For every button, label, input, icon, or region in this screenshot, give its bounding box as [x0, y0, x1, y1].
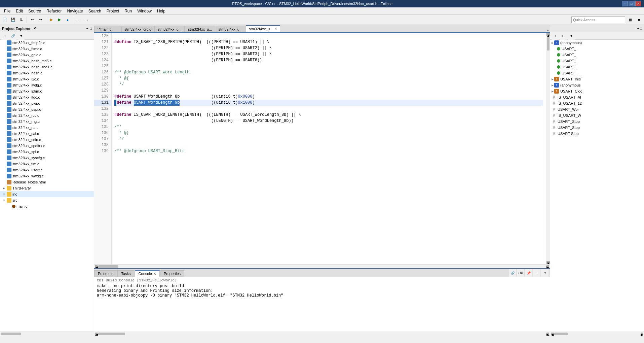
pe-menu[interactable]: ▼	[17, 32, 25, 40]
minimize-button[interactable]: −	[622, 1, 628, 6]
tab-overflow-icon[interactable]: »	[546, 28, 548, 32]
hscroll-left[interactable]: ◀	[95, 265, 98, 268]
outline-item-usart-initt[interactable]: ▶ T USART_InitT	[550, 76, 644, 82]
outline-item-usart3[interactable]: USART_	[550, 58, 644, 64]
pe-file-rng[interactable]: stm32f4xx_rng.c	[0, 118, 94, 125]
pe-file-gpio[interactable]: stm32f4xx_gpio.c	[0, 52, 94, 58]
pe-file-hash-md5[interactable]: stm32f4xx_hash_md5.c	[0, 58, 94, 64]
pe-file-fsmc[interactable]: stm32f4xx_fsmc.c	[0, 46, 94, 52]
pe-folder-inc[interactable]: ▼ inc	[0, 191, 94, 197]
outline-item-usart1[interactable]: USART_	[550, 46, 644, 52]
pe-file-spdifrx[interactable]: stm32f4xx_spdifrx.c	[0, 143, 94, 149]
menu-search[interactable]: Search	[86, 8, 104, 14]
hscroll-thumb[interactable]	[98, 265, 118, 268]
menu-window[interactable]: Window	[135, 8, 154, 14]
scroll-down-arrow[interactable]: ▼	[546, 261, 550, 264]
build-button[interactable]: ▶	[48, 16, 55, 24]
quick-access-input[interactable]	[571, 16, 625, 23]
menu-run[interactable]: Run	[122, 8, 135, 14]
menu-project[interactable]: Project	[104, 8, 122, 14]
views-button[interactable]: ■	[635, 16, 643, 24]
outline-item-usart2[interactable]: USART_	[550, 52, 644, 58]
menu-file[interactable]: File	[1, 8, 13, 14]
outline-hscrollbar[interactable]: ◀ ▶	[550, 332, 644, 336]
forward-button[interactable]: →	[83, 16, 90, 24]
scroll-up-arrow[interactable]: ▲	[546, 33, 550, 36]
outline-sort[interactable]: ⇤	[560, 32, 567, 40]
save-button[interactable]: 💾	[9, 16, 17, 24]
console-pin[interactable]: 📌	[525, 269, 532, 277]
tab-g1[interactable]: stm32f4xx_g...	[154, 26, 185, 32]
pe-file-tim[interactable]: stm32f4xx_tim.c	[0, 161, 94, 167]
tab-problems[interactable]: Problems	[94, 270, 117, 277]
console-clear[interactable]: ⌫	[517, 269, 524, 277]
run-button[interactable]: ▶	[56, 16, 63, 24]
pe-hscrollbar[interactable]	[0, 332, 94, 336]
pe-file-wwdg[interactable]: stm32f4xx_wwdg.c	[0, 173, 94, 179]
outline-maximize-icon[interactable]: □	[640, 27, 642, 30]
console-tab-close[interactable]: ✕	[153, 272, 156, 276]
console-minimize[interactable]: −	[533, 269, 540, 277]
pe-file-spi[interactable]: stm32f4xx_spi.c	[0, 149, 94, 155]
tab-u1[interactable]: stm32f4xx_u...	[216, 26, 246, 32]
maximize-button[interactable]: □	[629, 1, 635, 6]
outline-item-usart-stop3[interactable]: # USART Stop	[550, 131, 644, 137]
pe-file-sdio[interactable]: stm32f4xx_sdio.c	[0, 137, 94, 143]
back-button[interactable]: ←	[75, 16, 82, 24]
tab-properties[interactable]: Properties	[160, 270, 184, 277]
outline-collapse-all[interactable]: ↕	[552, 32, 559, 40]
outline-item-is-usart-ai[interactable]: # IS_USART_AI	[550, 94, 644, 100]
menu-edit[interactable]: Edit	[13, 8, 26, 14]
debug-button[interactable]: ●	[64, 16, 71, 24]
pe-file-syscfg[interactable]: stm32f4xx_syscfg.c	[0, 155, 94, 161]
outline-menu[interactable]: ▼	[568, 32, 575, 40]
outline-item-usart-wor[interactable]: # USART_Wor	[550, 106, 644, 112]
pe-file-pwr[interactable]: stm32f4xx_pwr.c	[0, 100, 94, 106]
editor-vscrollbar[interactable]: ▲ ▼	[546, 33, 550, 264]
redo-button[interactable]: ↪	[37, 16, 44, 24]
menu-navigate[interactable]: Navigate	[64, 8, 85, 14]
code-editor[interactable]: #define IS_USART_1236_PERIPH(PERIPH) (((…	[112, 33, 546, 264]
pe-collapse-all[interactable]: ↕	[1, 32, 9, 40]
console-maximize[interactable]: □	[541, 269, 548, 277]
close-button[interactable]: ✕	[635, 1, 641, 6]
outline-item-usart4[interactable]: USART_	[550, 64, 644, 70]
hscroll-right[interactable]: ▶	[546, 265, 549, 268]
pe-maximize-icon[interactable]: □	[90, 27, 92, 30]
pe-file-rtc[interactable]: stm32f4xx_rtc.c	[0, 125, 94, 131]
pe-file-main[interactable]: main.c	[0, 203, 94, 209]
pe-link-with-editor[interactable]: 🔗	[9, 32, 17, 40]
print-button[interactable]: 🖶	[17, 16, 25, 24]
menu-refactor[interactable]: Refactor	[44, 8, 64, 14]
outline-item-anon[interactable]: ▶ T (anonymous)	[550, 40, 644, 46]
scroll-thumb[interactable]	[547, 37, 550, 50]
menu-help[interactable]: Help	[154, 8, 168, 14]
tab-close-icon[interactable]: ✕	[274, 27, 277, 31]
editor-hscrollbar[interactable]: ◀ ▶	[94, 264, 550, 268]
pe-close-icon[interactable]: ✕	[33, 27, 36, 30]
tab-g2[interactable]: stm32f4xx_g...	[185, 26, 215, 32]
pe-folder-third-party[interactable]: ► Third-Party	[0, 185, 94, 191]
tab-u2-active[interactable]: stm32f4xx_u... ✕	[246, 25, 280, 32]
new-button[interactable]: 📄	[1, 16, 9, 24]
console-hscrollbar[interactable]: ◀ ▶	[94, 332, 550, 336]
tab-crc[interactable]: stm32f4xx_crc.c	[121, 26, 154, 32]
outline-item-usart-clock[interactable]: ▶ T USART_Cloc	[550, 88, 644, 94]
pe-minimize-icon[interactable]: −	[86, 27, 88, 30]
menu-source[interactable]: Source	[26, 8, 44, 14]
pe-file-i2c[interactable]: stm32f4xx_i2c.c	[0, 76, 94, 82]
pe-file-fmip2c[interactable]: stm32f4xx_fmip2c.c	[0, 40, 94, 46]
outline-item-anon2[interactable]: ▶ T (anonymous	[550, 82, 644, 88]
pe-file-hash[interactable]: stm32f4xx_hash.c	[0, 70, 94, 76]
console-scroll-lock[interactable]: 🔗	[509, 269, 516, 277]
pe-file-hash-sha1[interactable]: stm32f4xx_hash_sha1.c	[0, 64, 94, 70]
undo-button[interactable]: ↩	[29, 16, 36, 24]
outline-item-is-usart-w[interactable]: # IS_USART_W	[550, 112, 644, 118]
pe-file-ltdc[interactable]: stm32f4xx_ltdc.c	[0, 94, 94, 100]
pe-file-usart[interactable]: stm32f4xx_usart.c	[0, 167, 94, 173]
pe-file-rcc[interactable]: stm32f4xx_rcc.c	[0, 112, 94, 118]
pe-folder-src[interactable]: ▼ src	[0, 197, 94, 203]
outline-item-usart-stop1[interactable]: # USART_Stop	[550, 118, 644, 125]
tab-tasks[interactable]: Tasks	[117, 270, 134, 277]
pe-file-release-notes[interactable]: Release_Notes.html	[0, 179, 94, 185]
